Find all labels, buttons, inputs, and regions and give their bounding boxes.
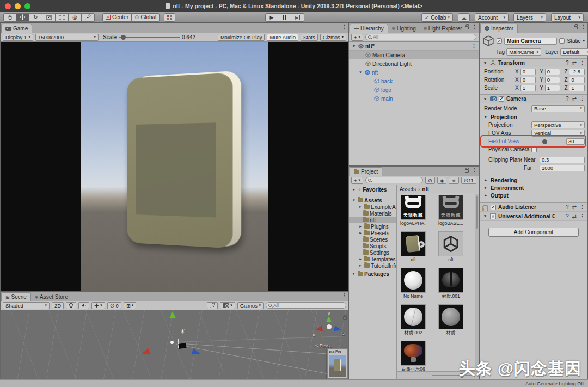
display-dropdown[interactable]: Display 1▾ xyxy=(3,34,33,41)
play-button[interactable]: ▶ xyxy=(265,13,278,22)
fold-icon[interactable]: ▾ xyxy=(351,44,357,48)
stats-button[interactable]: Stats xyxy=(301,34,318,41)
project-search-input[interactable] xyxy=(373,177,420,183)
pivot-center-button[interactable]: Center xyxy=(102,13,132,22)
grid-snap-button[interactable] xyxy=(164,13,175,22)
account-dropdown[interactable]: Account▾ xyxy=(475,13,509,22)
expand-asset-button[interactable] xyxy=(418,241,425,248)
kebab-icon[interactable]: ⋮ xyxy=(472,168,477,173)
scene-camera-dropdown[interactable]: ▾ xyxy=(220,302,235,309)
minimize-window-button[interactable] xyxy=(15,3,21,9)
shading-mode-dropdown[interactable]: Shaded▾ xyxy=(3,302,50,309)
camera-header[interactable]: ▾ ✓ Camera ?⇄⋮ xyxy=(480,94,587,103)
help-icon[interactable]: ? xyxy=(566,213,569,219)
tree-packages[interactable]: ▸Packages xyxy=(349,271,396,277)
hierarchy-item-back[interactable]: back xyxy=(349,77,479,85)
tab-hierarchy[interactable]: Hierarchy xyxy=(350,24,388,33)
scene-visibility-button[interactable]: ∅ 0 xyxy=(107,302,121,309)
tree-favorites[interactable]: ▸★Favorites xyxy=(349,186,396,193)
scene-header-row[interactable]: ▾ nft* ⋮ xyxy=(349,42,479,51)
maximize-on-play-button[interactable]: Maximize On Play xyxy=(218,34,265,41)
kebab-icon[interactable]: ⋮ xyxy=(471,44,476,48)
tree-exampleassets[interactable]: ▸ExampleAs xyxy=(349,204,396,210)
kebab-icon[interactable]: ⋮ xyxy=(342,24,347,29)
breadcrumb-assets[interactable]: Assets xyxy=(400,186,416,192)
lock-icon[interactable] xyxy=(343,316,347,320)
tree-presets[interactable]: ▸Presets xyxy=(349,230,396,236)
tab-project[interactable]: Project xyxy=(350,167,382,176)
mute-audio-button[interactable]: Mute Audio xyxy=(267,34,298,41)
rendering-foldout[interactable]: ▸Rendering xyxy=(480,176,587,184)
asset-nft-prefab[interactable]: nft xyxy=(400,231,426,262)
game-view[interactable] xyxy=(1,42,348,291)
hierarchy-item-nft[interactable]: ▾ nft xyxy=(349,68,479,77)
help-icon[interactable]: ? xyxy=(566,60,569,66)
scene-gizmos-dropdown[interactable]: Gizmos ▾ xyxy=(237,302,264,309)
presets-icon[interactable]: ⇄ xyxy=(572,60,577,66)
rotation-x-field[interactable]: 0 xyxy=(520,77,536,83)
hierarchy-item-logo[interactable]: logo xyxy=(349,85,479,94)
custom-tool-button[interactable] xyxy=(82,13,95,22)
cloud-button[interactable]: ☁ xyxy=(458,13,470,22)
tree-templates[interactable]: ▸Templates xyxy=(349,256,396,262)
output-foldout[interactable]: ▸Output xyxy=(480,192,587,199)
resolution-dropdown[interactable]: 1500x2000▾ xyxy=(35,34,99,41)
axis-center[interactable] xyxy=(327,324,332,329)
selected-object-edge[interactable] xyxy=(178,343,186,349)
tree-plugins[interactable]: ▸Plugins xyxy=(349,223,396,230)
axis-x-cone[interactable] xyxy=(315,326,323,333)
tree-scenes[interactable]: Scenes xyxy=(349,236,396,243)
layer-dropdown[interactable]: Default▾ xyxy=(560,48,588,56)
near-clip-field[interactable]: 0.3 xyxy=(540,157,585,163)
help-icon[interactable]: ? xyxy=(566,96,569,102)
tab-scene[interactable]: ⊞Scene xyxy=(1,292,31,301)
audio-listener-checkbox[interactable]: ✓ xyxy=(491,205,496,210)
rotate-tool-button[interactable]: ↻ xyxy=(29,13,42,22)
asset-material[interactable]: 材质 xyxy=(438,304,464,336)
asset-logoalpha[interactable]: 天猫数藏 logoALPHA... xyxy=(400,195,426,226)
tag-dropdown[interactable]: MainCame▾ xyxy=(506,48,541,56)
hierarchy-search-input[interactable] xyxy=(373,34,474,40)
projection-section[interactable]: ▾ Projection xyxy=(480,113,587,121)
collab-dropdown[interactable]: ✓Collab▾ xyxy=(421,13,453,22)
camera-preview-window[interactable]: era Pre xyxy=(327,348,348,379)
kebab-icon[interactable]: ⋮ xyxy=(472,24,477,29)
zoom-window-button[interactable] xyxy=(24,3,30,9)
asset-logobase[interactable]: 天猫数藏 logoBASE... xyxy=(438,195,464,226)
position-x-field[interactable]: 0 xyxy=(520,69,536,75)
rect-tool-button[interactable] xyxy=(56,13,69,22)
scene-grid-dropdown[interactable]: ⊞▾ xyxy=(124,302,136,309)
transform-header[interactable]: ▾ Transform ?⇄⋮ xyxy=(480,58,587,67)
scene-audio-button[interactable] xyxy=(78,302,89,309)
fold-icon[interactable]: ▾ xyxy=(482,61,488,65)
hierarchy-item-main-camera[interactable]: Main Camera xyxy=(349,51,479,59)
fov-axis-dropdown[interactable]: Vertical▾ xyxy=(531,130,585,137)
tree-nft[interactable]: nft xyxy=(349,217,396,223)
create-dropdown[interactable]: +▾ xyxy=(351,177,363,184)
layout-dropdown[interactable]: Layout▾ xyxy=(551,13,584,22)
inspector-scrollbar[interactable] xyxy=(584,110,587,214)
position-z-field[interactable]: -2.8 xyxy=(569,69,585,75)
fold-icon[interactable]: ▾ xyxy=(482,214,488,218)
tree-tutorialinfo[interactable]: ▸TutorialInfo xyxy=(349,262,396,269)
kebab-icon[interactable]: ⋮ xyxy=(580,60,585,65)
axis-y-cone[interactable] xyxy=(326,316,332,322)
add-component-button[interactable]: Add Component xyxy=(488,228,579,237)
axis-z-cone[interactable] xyxy=(334,326,342,333)
tree-materials[interactable]: Materials xyxy=(349,210,396,217)
additional-camera-header[interactable]: ▾ # Universal Additional Cam ?⇄⋮ xyxy=(480,212,587,221)
orientation-gizmo[interactable]: y x z xyxy=(314,314,346,344)
search-by-type-button[interactable]: ⊙ xyxy=(425,177,435,184)
environment-foldout[interactable]: ▸Environment xyxy=(480,184,587,192)
scale-y-field[interactable]: 1 xyxy=(545,85,561,91)
hierarchy-item-main[interactable]: main xyxy=(349,94,479,103)
render-mode-dropdown[interactable]: Base▾ xyxy=(531,105,585,112)
gizmo-z-cone[interactable] xyxy=(192,348,202,357)
kebab-icon[interactable]: ⋮ xyxy=(580,214,585,219)
tab-asset-store[interactable]: ◈Asset Store xyxy=(31,292,72,301)
scale-slider[interactable] xyxy=(119,34,180,40)
far-clip-field[interactable]: 1000 xyxy=(540,165,585,171)
tree-settings[interactable]: Settings xyxy=(349,249,396,256)
presets-icon[interactable]: ⇄ xyxy=(572,213,577,219)
asset-pepsi-06[interactable]: 百事可乐06 xyxy=(400,341,426,371)
